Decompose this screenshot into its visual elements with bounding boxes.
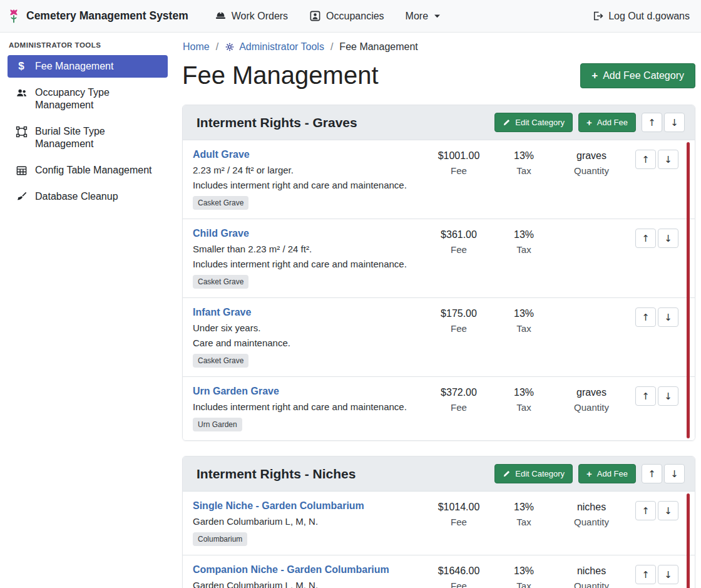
fee-amount: $1646.00 [426, 565, 491, 577]
tax-value: 13% [491, 387, 556, 398]
nav-work-orders[interactable]: Work Orders [215, 10, 288, 22]
move-category-up-button[interactable]: ↑ [642, 464, 662, 483]
fee-amount-label: Fee [426, 165, 491, 176]
breadcrumb: Home / Administrator Tools / Fee Managem… [182, 41, 695, 53]
move-fee-up-button[interactable]: ↑ [635, 307, 656, 327]
plus-icon: + [586, 470, 592, 478]
tax-label: Tax [491, 517, 556, 527]
fee-name-link[interactable]: Companion Niche - Garden Columbarium [193, 564, 389, 575]
move-fee-down-button[interactable]: ↓ [658, 150, 678, 169]
fee-amount: $1001.00 [426, 150, 491, 162]
fee-row: Companion Niche - Garden Columbarium Gar… [183, 555, 695, 588]
tax-value: 13% [491, 502, 556, 513]
move-category-up-button[interactable]: ↑ [642, 113, 662, 132]
move-fee-down-button[interactable]: ↓ [658, 386, 678, 406]
breadcrumb-home-link[interactable]: Home [183, 41, 210, 53]
fee-reorder-buttons: ↑ ↓ [635, 386, 678, 406]
tax-label: Tax [491, 244, 556, 255]
scrollbar[interactable] [687, 142, 690, 438]
tax-cell: 13% Tax [491, 564, 556, 588]
sidebar-item-config-table-management[interactable]: Config Table Management [8, 159, 168, 182]
add-fee-button[interactable]: + Add Fee [578, 113, 636, 132]
sidebar-item-label: Fee Management [35, 60, 113, 73]
move-fee-up-button[interactable]: ↑ [635, 386, 656, 406]
category-header: Interment Rights - Niches Edit Category … [183, 456, 695, 492]
nav-more[interactable]: More [406, 11, 441, 22]
fee-name-link[interactable]: Adult Grave [193, 149, 250, 160]
sidebar-item-burial-site-type-management[interactable]: Burial Site Type Management [8, 120, 168, 155]
fee-description: Garden Columbarium L, M, N. [193, 580, 420, 588]
category-reorder-buttons: ↑ ↓ [642, 113, 685, 132]
add-fee-category-button[interactable]: + Add Fee Category [580, 63, 695, 88]
plus-icon: + [591, 71, 598, 80]
fee-description: Under six years. [193, 322, 420, 333]
fee-list: Adult Grave 2.23 m² / 24 ft² or larger.I… [183, 140, 695, 440]
logout-link[interactable]: Log Out d.gowans [591, 10, 690, 22]
nav-occupancies[interactable]: Occupancies [309, 10, 384, 22]
fee-descriptions: Includes interment right and care and ma… [193, 401, 420, 412]
sidebar-item-occupancy-type-management[interactable]: Occupancy Type Management [8, 81, 168, 116]
main-content: Home / Administrator Tools / Fee Managem… [175, 33, 701, 588]
hard-hat-icon [215, 10, 227, 22]
quantity-label: Quantity [556, 402, 627, 413]
fee-name-link[interactable]: Urn Garden Grave [193, 386, 279, 397]
fee-description: 2.23 m² / 24 ft² or larger. [193, 165, 420, 175]
fee-amount-cell: $1646.00 Fee [426, 564, 491, 588]
breadcrumb-separator: / [216, 41, 218, 53]
brand-title: Cemetery Management System [26, 9, 188, 23]
sidebar-item-label: Config Table Management [35, 164, 152, 177]
fee-description: Includes interment right and care and ma… [193, 259, 420, 269]
tax-cell: 13% Tax [491, 149, 556, 176]
tax-cell: 13% Tax [491, 307, 556, 334]
fee-amount: $1014.00 [426, 502, 491, 513]
fee-type-badge: Columbarium [193, 532, 247, 546]
move-fee-down-button[interactable]: ↓ [658, 565, 678, 584]
fee-row: Single Niche - Garden Columbarium Garden… [183, 492, 695, 555]
fee-name-link[interactable]: Child Grave [193, 228, 249, 239]
vector-square-icon [15, 126, 28, 138]
fee-amount-cell: $361.00 Fee [426, 228, 491, 255]
quantity-label: Quantity [556, 517, 627, 527]
fee-type-badge: Casket Grave [193, 275, 248, 289]
fee-name-link[interactable]: Single Niche - Garden Columbarium [193, 500, 364, 512]
breadcrumb-admin-tools-link[interactable]: Administrator Tools [225, 41, 324, 53]
move-category-down-button[interactable]: ↓ [664, 464, 685, 483]
quantity-cell: niches Quantity [556, 564, 627, 588]
fee-description: Smaller than 2.23 m² / 24 ft². [193, 244, 420, 254]
scrollbar[interactable] [687, 493, 690, 588]
fee-rows: Single Niche - Garden Columbarium Garden… [183, 492, 695, 588]
move-fee-up-button[interactable]: ↑ [635, 229, 656, 248]
category-actions: Edit Category + Add Fee ↑ ↓ [494, 113, 685, 132]
sidebar-item-database-cleanup[interactable]: Database Cleanup [8, 185, 168, 208]
move-fee-up-button[interactable]: ↑ [635, 565, 656, 584]
move-fee-up-button[interactable]: ↑ [635, 150, 656, 169]
fee-reorder-buttons: ↑ ↓ [635, 229, 678, 248]
add-fee-button[interactable]: + Add Fee [578, 464, 636, 483]
sidebar-item-fee-management[interactable]: $ Fee Management [8, 55, 168, 78]
fee-name-link[interactable]: Infant Grave [193, 307, 251, 318]
category-title: Interment Rights - Graves [193, 115, 494, 130]
quantity-label: Quantity [556, 165, 627, 176]
move-fee-down-button[interactable]: ↓ [658, 229, 678, 248]
fee-type-badge: Urn Garden [193, 418, 242, 431]
move-fee-up-button[interactable]: ↑ [635, 501, 656, 520]
fee-amount: $372.00 [426, 387, 491, 398]
users-icon [15, 87, 28, 99]
quantity-value: graves [556, 150, 627, 162]
edit-category-button[interactable]: Edit Category [494, 113, 573, 132]
navbar: Cemetery Management System Work Orders [0, 0, 701, 33]
edit-category-button[interactable]: Edit Category [494, 464, 573, 483]
sidebar: ADMINISTRATOR TOOLS $ Fee Management Occ… [0, 33, 175, 588]
quantity-value: graves [556, 387, 627, 398]
gear-icon [225, 42, 235, 52]
move-fee-down-button[interactable]: ↓ [658, 307, 678, 327]
fee-description: Care and maintenance. [193, 338, 420, 348]
tax-cell: 13% Tax [491, 228, 556, 255]
fee-amount-cell: $372.00 Fee [426, 386, 491, 413]
category-actions: Edit Category + Add Fee ↑ ↓ [494, 464, 685, 483]
quantity-value: niches [556, 565, 627, 577]
chevron-down-icon [433, 12, 441, 20]
fee-amount-label: Fee [426, 402, 491, 413]
move-category-down-button[interactable]: ↓ [664, 113, 685, 132]
move-fee-down-button[interactable]: ↓ [658, 501, 678, 520]
